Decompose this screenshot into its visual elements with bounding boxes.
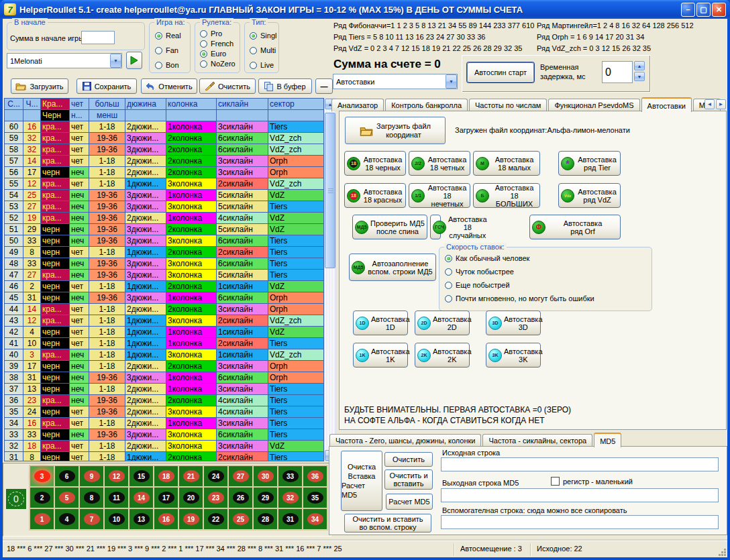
resize-grip[interactable] <box>724 554 726 556</box>
board-number-cell[interactable]: 14 <box>129 488 153 508</box>
radio-option-euro[interactable]: Euro <box>200 50 226 58</box>
bet-button-2d[interactable]: 2DАвтоставка2D <box>415 311 470 335</box>
maximize-button[interactable]: ▢ <box>696 3 711 17</box>
board-number-cell[interactable]: 9 <box>80 466 103 486</box>
board-number-cell[interactable]: 26 <box>229 488 252 508</box>
board-number-cell[interactable]: 7 <box>80 509 103 529</box>
save-button[interactable]: Сохранить <box>76 78 137 94</box>
delay-input[interactable] <box>602 61 633 83</box>
start-sum-input[interactable] <box>81 31 115 44</box>
autofill-md5-button[interactable]: МД5 Автозаполнениевспом. строки МД5 <box>349 254 436 281</box>
tab-анализатор[interactable]: Анализатор <box>331 99 384 111</box>
board-number-cell[interactable]: 23 <box>204 488 227 508</box>
tab-scroll-right-icon[interactable]: ► <box>716 99 726 109</box>
board-number-cell[interactable]: 35 <box>303 488 327 508</box>
board-number-cell[interactable]: 18 <box>154 466 178 486</box>
radio-option-live[interactable]: Live <box>250 61 274 69</box>
bet-button-18-четных[interactable]: 2/2Автоставка18 четных <box>409 151 470 176</box>
board-number-cell[interactable]: 21 <box>179 466 203 486</box>
radio-option-real[interactable]: Real <box>155 32 181 40</box>
board-number-cell[interactable]: 33 <box>278 466 302 486</box>
tab-контроль-банкролла[interactable]: Контроль банкролла <box>385 99 468 111</box>
bet-button-18-больших[interactable]: БАвтоставка18 БОЛЬШИХ <box>473 183 540 208</box>
spin-down-icon[interactable]: ▼ <box>634 72 645 81</box>
board-number-cell[interactable]: 22 <box>204 509 227 529</box>
board-number-cell[interactable]: 10 <box>105 509 128 529</box>
spin-up-icon[interactable]: ▲ <box>634 61 645 70</box>
radio-option-как обычный человек[interactable]: Как обычный человек <box>445 254 529 262</box>
radio-option-почти мгновенно, но могут быть ошибки[interactable]: Почти мгновенно, но могут быть ошибки <box>445 294 594 302</box>
close-button[interactable]: ✕ <box>712 3 726 17</box>
tab-функционал-psevdoms[interactable]: Функционал PsevdoMS <box>548 99 639 111</box>
clear-paste-calc-button[interactable]: Очистка Вставка Расчет MD5 <box>341 451 382 511</box>
board-number-cell[interactable]: 36 <box>303 466 327 486</box>
bet-button-ряд-orf[interactable]: ФАвтоставкаряд Orf <box>529 215 621 239</box>
case-checkbox[interactable]: регистр - маленький <box>551 477 633 486</box>
tab-частота-zero-шансы-дюжины-колонки[interactable]: Частота - Zero, шансы, дюжины, колонки <box>329 434 481 447</box>
radio-option-fan[interactable]: Fan <box>155 46 178 54</box>
radio-option-bon[interactable]: Bon <box>155 61 179 69</box>
play-button[interactable] <box>126 52 142 69</box>
radio-option-pro[interactable]: Pro <box>200 30 222 38</box>
board-number-cell[interactable]: 24 <box>204 466 227 486</box>
md5-clear-paste-button[interactable]: Очистить и вставить <box>384 469 433 490</box>
bet-button-после-спина[interactable]: МД5Проверить МД5после спина <box>352 215 427 239</box>
mode-combobox[interactable]: Автоставки ▼ <box>333 74 458 89</box>
board-number-cell[interactable]: 8 <box>80 488 103 508</box>
board-number-cell[interactable]: 30 <box>254 466 277 486</box>
radio-option-french[interactable]: French <box>200 40 233 48</box>
bet-button-18-красных[interactable]: 18Автоставка18 красных <box>344 183 406 208</box>
to-buffer-button[interactable]: В буфер <box>258 78 312 94</box>
minus-button[interactable]: — <box>315 78 333 94</box>
clear-button[interactable]: Очистить <box>199 78 256 94</box>
board-number-cell[interactable]: 5 <box>55 488 79 508</box>
board-number-cell[interactable]: 20 <box>179 488 203 508</box>
board-number-cell[interactable]: 1 <box>30 509 54 529</box>
board-number-cell[interactable]: 32 <box>278 488 302 508</box>
autospin-start-button[interactable]: Автоспин старт <box>467 62 534 82</box>
minimize-button[interactable]: – <box>681 3 695 17</box>
tab-частоты-по-числам[interactable]: Частоты по числам <box>469 99 547 111</box>
board-number-cell[interactable]: 4 <box>55 509 79 529</box>
tab-автоставки[interactable]: Автоставки <box>641 97 692 112</box>
board-number-cell[interactable]: 3 <box>30 466 54 486</box>
bet-button-ряд-vdz[interactable]: VdzАвтоставкаряд VdZ <box>558 183 621 208</box>
bet-button-3d[interactable]: 3DАвтоставка3D <box>486 311 541 335</box>
source-string-input[interactable] <box>441 457 719 471</box>
radio-option-еще побыстрей[interactable]: Еще побыстрей <box>445 281 510 289</box>
board-number-cell[interactable]: 6 <box>55 466 79 486</box>
bet-button-18-случайных[interactable]: ГСЧАвтоставка18 случайных <box>430 215 441 239</box>
bet-button-18-нечетных[interactable]: 1/1Автоставка18 нечетных <box>409 183 470 208</box>
tab-md5[interactable]: MD5 <box>594 433 621 447</box>
board-number-cell[interactable]: 34 <box>303 509 327 529</box>
bet-button-1k[interactable]: 1KАвтоставка1K <box>353 343 408 368</box>
board-zero-cell[interactable]: 0 <box>6 489 26 509</box>
bet-button-1d[interactable]: 1DАвтоставка1D <box>353 311 408 335</box>
board-number-cell[interactable]: 16 <box>154 509 178 529</box>
chevron-down-icon[interactable]: ▼ <box>446 74 457 89</box>
bet-button-3k[interactable]: 3KАвтоставка3K <box>486 343 541 368</box>
md5-clear-paste-aux-button[interactable]: Очистить и вставить во вспом. строку <box>344 514 431 533</box>
board-number-cell[interactable]: 12 <box>105 466 128 486</box>
profile-combobox[interactable]: 1Melonati ▼ <box>7 53 122 68</box>
board-number-cell[interactable]: 31 <box>278 509 302 529</box>
md5-calc-button[interactable]: Расчет MD5 <box>386 494 433 510</box>
load-button[interactable]: Загрузить <box>11 78 68 94</box>
bet-button-18-черных[interactable]: 18Автоставка18 черных <box>344 151 406 176</box>
radio-option-чуток побыстрее[interactable]: Чуток побыстрее <box>445 268 514 276</box>
radio-option-multi[interactable]: Multi <box>250 46 276 54</box>
bet-button-ряд-tier[interactable]: *Автоставкаряд Tier <box>558 151 621 176</box>
table-scrollbar[interactable]: ▲ ▼ <box>324 98 336 461</box>
board-number-cell[interactable]: 19 <box>179 509 203 529</box>
checkbox-icon[interactable] <box>551 477 560 486</box>
load-coords-button[interactable]: Загрузить файлкоординат <box>345 117 446 144</box>
out-string-input[interactable] <box>441 488 719 502</box>
bet-button-18-малых[interactable]: МАвтоставка18 малых <box>473 151 540 176</box>
radio-option-singl[interactable]: Singl <box>250 32 276 40</box>
board-number-cell[interactable]: 27 <box>229 466 252 486</box>
tab-частота-сиклайны-сектора[interactable]: Частота - сиклайны, сектора <box>482 434 592 447</box>
board-number-cell[interactable]: 28 <box>254 509 277 529</box>
board-number-cell[interactable]: 17 <box>154 488 178 508</box>
md5-clear-button[interactable]: Очистить <box>384 452 433 467</box>
board-number-cell[interactable]: 29 <box>254 488 277 508</box>
